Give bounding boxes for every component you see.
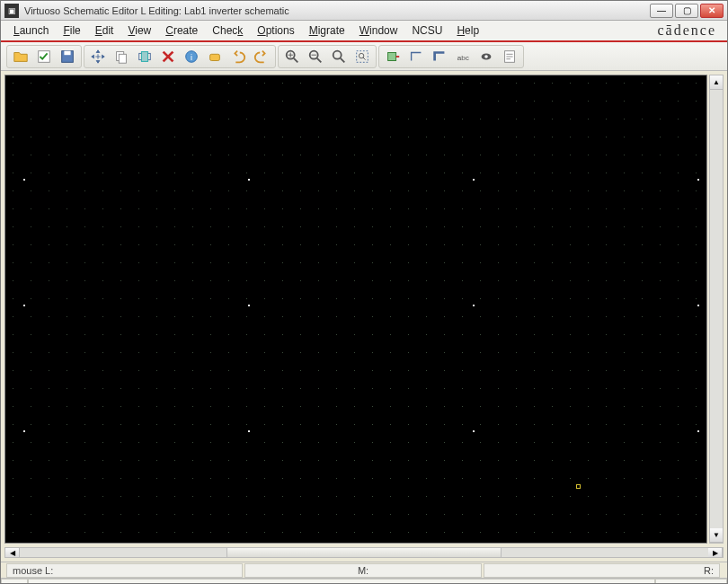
undo-icon: [230, 49, 246, 65]
brand-logo: cādence: [657, 22, 722, 39]
label-icon: abc: [455, 49, 471, 65]
vertical-scrollbar[interactable]: ▲ ▼: [709, 75, 724, 544]
redo-icon: [253, 49, 270, 65]
menu-check[interactable]: Check: [205, 22, 250, 39]
menu-window[interactable]: Window: [352, 22, 405, 39]
svg-rect-9: [210, 54, 220, 60]
move-button[interactable]: [87, 47, 109, 66]
titlebar: ▣ Virtuoso Schematic Editor L Editing: L…: [1, 1, 727, 21]
hscroll-thumb[interactable]: [226, 548, 502, 557]
zoom-out-icon: [307, 49, 324, 65]
app-icon: ▣: [4, 4, 19, 18]
schematic-canvas[interactable]: [4, 75, 707, 544]
status-mouse-m: M:: [244, 563, 481, 578]
toolbar: iabc: [1, 42, 727, 71]
menu-help[interactable]: Help: [449, 22, 486, 39]
rotate-icon: [207, 49, 223, 65]
wire-narrow-icon: [408, 49, 424, 65]
delete-icon: [160, 49, 176, 65]
svg-rect-6: [141, 51, 147, 61]
menu-launch[interactable]: Launch: [6, 22, 56, 39]
menubar: LaunchFileEditViewCreateCheckOptionsMigr…: [1, 21, 727, 42]
note-icon: [502, 49, 518, 65]
toolbar-group: [6, 45, 82, 68]
hscroll-track[interactable]: [20, 548, 708, 557]
open-button[interactable]: [10, 47, 31, 66]
rotate-button[interactable]: [204, 47, 226, 66]
svg-rect-2: [64, 50, 70, 55]
minimize-button[interactable]: —: [650, 4, 673, 18]
zoom-area-button[interactable]: [351, 47, 373, 66]
check-save-icon: [36, 49, 52, 65]
property-button[interactable]: i: [181, 47, 202, 66]
save-button[interactable]: [57, 47, 78, 66]
zoom-in-button[interactable]: [281, 47, 303, 66]
pin-button[interactable]: [475, 47, 497, 66]
menu-file[interactable]: File: [56, 22, 87, 39]
hscroll-area: ◀ ▶: [1, 547, 727, 562]
svg-point-12: [333, 50, 342, 58]
svg-rect-4: [119, 54, 126, 63]
open-icon: [13, 49, 29, 65]
property-icon: i: [183, 49, 200, 65]
svg-rect-13: [357, 50, 368, 62]
undo-button[interactable]: [227, 47, 249, 66]
stretch-button[interactable]: [134, 47, 155, 66]
move-icon: [90, 49, 106, 65]
save-icon: [59, 49, 75, 65]
instance-icon: [385, 49, 401, 65]
menu-ncsu[interactable]: NCSU: [404, 22, 449, 39]
copy-icon: [113, 49, 129, 65]
cursor-marker: [576, 484, 581, 489]
instance-button[interactable]: [382, 47, 404, 66]
statusbar: mouse L: M: R:: [1, 562, 727, 578]
label-button[interactable]: abc: [452, 47, 474, 66]
redo-button[interactable]: [251, 47, 272, 66]
svg-rect-15: [388, 52, 396, 60]
window-title: Virtuoso Schematic Editor L Editing: Lab…: [24, 5, 650, 16]
delete-button[interactable]: [157, 47, 179, 66]
zoom-in-icon: [284, 49, 300, 65]
scroll-up-icon[interactable]: ▲: [710, 75, 723, 90]
wire-wide-button[interactable]: [429, 47, 450, 66]
vscroll-track[interactable]: [710, 90, 723, 528]
copy-button[interactable]: [111, 47, 132, 66]
svg-text:i: i: [191, 52, 192, 61]
svg-text:abc: abc: [457, 53, 469, 61]
check-save-button[interactable]: [33, 47, 55, 66]
maximize-button[interactable]: ▢: [675, 4, 698, 18]
wire-narrow-button[interactable]: [405, 47, 427, 66]
zoom-area-icon: [354, 49, 370, 65]
line-number: 1(2): [1, 579, 28, 584]
menu-options[interactable]: Options: [250, 22, 301, 39]
toolbar-group: [278, 45, 377, 68]
close-button[interactable]: ✕: [700, 4, 724, 18]
menu-edit[interactable]: Edit: [88, 22, 121, 39]
scroll-right-icon[interactable]: ▶: [708, 548, 723, 557]
window-controls: — ▢ ✕: [650, 4, 724, 18]
canvas-area: ▲ ▼: [1, 71, 727, 547]
note-button[interactable]: [499, 47, 520, 66]
horizontal-scrollbar[interactable]: ◀ ▶: [4, 547, 724, 558]
stretch-icon: [137, 49, 153, 65]
pin-icon: [478, 49, 494, 65]
wire-wide-icon: [431, 49, 448, 65]
scroll-left-icon[interactable]: ◀: [5, 548, 20, 557]
status-mouse-l: mouse L:: [6, 563, 243, 578]
menu-view[interactable]: View: [120, 22, 158, 39]
scroll-down-icon[interactable]: ▼: [710, 528, 723, 543]
command-input[interactable]: >: [28, 579, 655, 584]
zoom-fit-icon: [331, 49, 347, 65]
toolbar-group: i: [84, 45, 276, 68]
selection-count: Cmd: Sel: 0: [655, 579, 727, 584]
menu-migrate[interactable]: Migrate: [302, 22, 352, 39]
svg-point-18: [484, 55, 488, 58]
zoom-fit-button[interactable]: [328, 47, 350, 66]
command-bar: 1(2) > Cmd: Sel: 0: [1, 578, 727, 584]
toolbar-group: abc: [378, 45, 524, 68]
menu-create[interactable]: Create: [158, 22, 205, 39]
zoom-out-button[interactable]: [305, 47, 326, 66]
status-mouse-r: R:: [484, 563, 720, 578]
